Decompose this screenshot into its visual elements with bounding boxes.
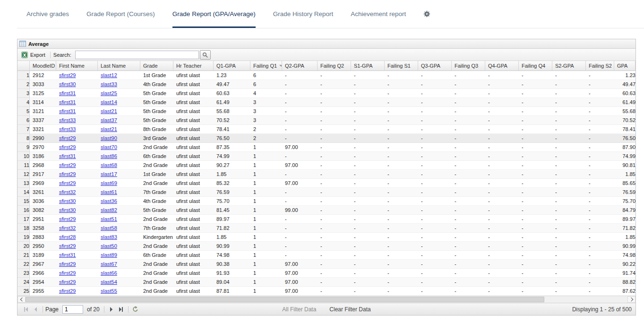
table-row[interactable]: 192883sfirst28slast83Kindergartenufirst …	[17, 233, 635, 242]
column-header-failing-s2[interactable]: Failing S2	[586, 61, 614, 71]
first-page-button[interactable]	[21, 305, 31, 314]
column-header-moodle-id[interactable]: MoodleID	[30, 61, 56, 71]
table-row[interactable]: 63337sfirst33slast375th Gradeufirst ulas…	[17, 116, 635, 125]
scroll-right-button[interactable]	[627, 296, 635, 303]
refresh-button[interactable]	[131, 305, 140, 314]
last-name-link[interactable]: slast82	[101, 207, 117, 213]
first-name-link[interactable]: sfirst29	[59, 72, 76, 78]
table-row[interactable]: 33125sfirst31slast255th Gradeufirst ulas…	[17, 89, 635, 98]
first-name-link[interactable]: sfirst29	[59, 216, 76, 222]
table-row[interactable]: 143261sfirst32slast617th Gradeufirst ula…	[17, 188, 635, 197]
last-name-link[interactable]: slast54	[101, 279, 117, 285]
clear-filter-data-link[interactable]: Clear Filter Data	[329, 306, 370, 313]
scrollbar-thumb[interactable]	[26, 297, 544, 302]
horizontal-scrollbar[interactable]	[17, 296, 635, 303]
first-name-link[interactable]: sfirst29	[59, 144, 76, 150]
first-name-link[interactable]: sfirst29	[59, 171, 76, 177]
first-name-link[interactable]: sfirst29	[59, 135, 76, 141]
last-name-link[interactable]: slast86	[101, 153, 117, 159]
last-name-link[interactable]: slast67	[101, 261, 117, 267]
first-name-link[interactable]: sfirst30	[59, 81, 76, 87]
last-name-link[interactable]: slast69	[101, 180, 117, 186]
table-row[interactable]: 153036sfirst30slast364th Gradeufirst ula…	[17, 197, 635, 206]
last-name-link[interactable]: slast36	[101, 198, 117, 204]
table-row[interactable]: 122917sfirst29slast171st Gradeufirst ula…	[17, 170, 635, 179]
table-row[interactable]: 222967sfirst29slast672nd Gradeufirst ula…	[17, 260, 635, 269]
first-name-link[interactable]: sfirst31	[59, 108, 76, 114]
first-name-link[interactable]: sfirst31	[59, 252, 76, 258]
last-name-link[interactable]: slast14	[101, 99, 117, 105]
column-header-grade[interactable]: Grade	[140, 61, 173, 71]
column-header-failing-q1[interactable]: Failing Q1	[250, 61, 282, 71]
last-name-link[interactable]: slast33	[101, 81, 117, 87]
column-header-q2-gpa[interactable]: Q2-GPA	[282, 61, 318, 71]
table-row[interactable]: 23033sfirst30slast334th Gradeufirst ulas…	[17, 80, 635, 89]
last-name-link[interactable]: slast61	[101, 189, 117, 195]
scroll-left-button[interactable]	[17, 296, 26, 303]
last-name-link[interactable]: slast58	[101, 225, 117, 231]
first-name-link[interactable]: sfirst33	[59, 126, 76, 132]
column-header-failing-q3[interactable]: Failing Q3	[452, 61, 485, 71]
table-row[interactable]: 82990sfirst29slast903rd Gradeufirst ulas…	[17, 134, 635, 143]
first-name-link[interactable]: sfirst29	[59, 288, 76, 294]
tab-grade-report-gpa-average[interactable]: Grade Report (GPA/Average)	[172, 0, 256, 28]
table-row[interactable]: 172951sfirst29slast512nd Gradeufirst ula…	[17, 215, 635, 224]
last-name-link[interactable]: slast12	[101, 72, 117, 78]
column-header-hr-teacher[interactable]: Hr Teacher	[173, 61, 214, 71]
first-name-link[interactable]: sfirst29	[59, 279, 76, 285]
table-row[interactable]: 43114sfirst31slast145th Gradeufirst ulas…	[17, 98, 635, 107]
export-button[interactable]: X Export	[19, 51, 47, 59]
first-name-link[interactable]: sfirst33	[59, 117, 76, 123]
column-header-first-name[interactable]: First Name	[56, 61, 98, 71]
table-row[interactable]: 242954sfirst29slast542nd Gradeufirst ula…	[17, 278, 635, 287]
first-name-link[interactable]: sfirst30	[59, 198, 76, 204]
column-header-failing-q2[interactable]: Failing Q2	[318, 61, 351, 71]
last-name-link[interactable]: slast70	[101, 144, 117, 150]
last-name-link[interactable]: slast83	[101, 234, 117, 240]
table-row[interactable]: 202950sfirst29slast502nd Gradeufirst ula…	[17, 242, 635, 251]
table-row[interactable]: 103186sfirst31slast866th Gradeufirst ula…	[17, 152, 635, 161]
page-number-input[interactable]	[62, 305, 83, 314]
last-name-link[interactable]: slast90	[101, 135, 117, 141]
tab-grade-history-report[interactable]: Grade History Report	[273, 0, 334, 28]
last-name-link[interactable]: slast17	[101, 171, 117, 177]
tab-achievement-report[interactable]: Achievement report	[351, 0, 406, 28]
table-row[interactable]: 232966sfirst29slast662nd Gradeufirst ula…	[17, 269, 635, 278]
tabs-settings-button[interactable]	[423, 0, 430, 28]
table-row[interactable]: 252955sfirst29slast552nd Gradeufirst ula…	[17, 287, 635, 296]
all-filter-data-link[interactable]: All Filter Data	[282, 306, 316, 313]
last-name-link[interactable]: slast68	[101, 162, 117, 168]
tab-archive-grades[interactable]: Archive grades	[26, 0, 69, 28]
first-name-link[interactable]: sfirst29	[59, 162, 76, 168]
first-name-link[interactable]: sfirst32	[59, 225, 76, 231]
column-header-gpa[interactable]: GPA	[614, 61, 635, 71]
search-input[interactable]	[75, 51, 199, 59]
first-name-link[interactable]: sfirst29	[59, 261, 76, 267]
column-header-last-name[interactable]: Last Name	[98, 61, 140, 71]
last-name-link[interactable]: slast89	[101, 252, 117, 258]
table-row[interactable]: 163082sfirst30slast825th Gradeufirst ula…	[17, 206, 635, 215]
last-name-link[interactable]: slast66	[101, 270, 117, 276]
column-header-failing-q4[interactable]: Failing Q4	[519, 61, 552, 71]
first-name-link[interactable]: sfirst32	[59, 189, 76, 195]
last-name-link[interactable]: slast25	[101, 90, 117, 96]
column-header-failing-s1[interactable]: Failing S1	[385, 61, 418, 71]
next-page-button[interactable]	[107, 305, 116, 314]
table-row[interactable]: 73321sfirst33slast218th Gradeufirst ulas…	[17, 125, 635, 134]
table-row[interactable]: 12912sfirst29slast121st Gradeufirst ulas…	[17, 71, 635, 80]
tab-grade-report-courses[interactable]: Grade Report (Courses)	[86, 0, 155, 28]
column-header-q1-gpa[interactable]: Q1-GPA	[214, 61, 250, 71]
last-name-link[interactable]: slast21	[101, 126, 117, 132]
table-row[interactable]: 112968sfirst29slast682nd Gradeufirst ula…	[17, 161, 635, 170]
table-row[interactable]: 213189sfirst31slast896th Gradeufirst ula…	[17, 251, 635, 260]
first-name-link[interactable]: sfirst31	[59, 99, 76, 105]
last-name-link[interactable]: slast51	[101, 216, 117, 222]
last-name-link[interactable]: slast55	[101, 288, 117, 294]
search-button[interactable]	[200, 50, 211, 60]
previous-page-button[interactable]	[31, 305, 40, 314]
last-name-link[interactable]: slast37	[101, 117, 117, 123]
first-name-link[interactable]: sfirst29	[59, 270, 76, 276]
first-name-link[interactable]: sfirst31	[59, 153, 76, 159]
table-row[interactable]: 53121sfirst31slast215th Gradeufirst ulas…	[17, 107, 635, 116]
column-header-q3-gpa[interactable]: Q3-GPA	[418, 61, 452, 71]
